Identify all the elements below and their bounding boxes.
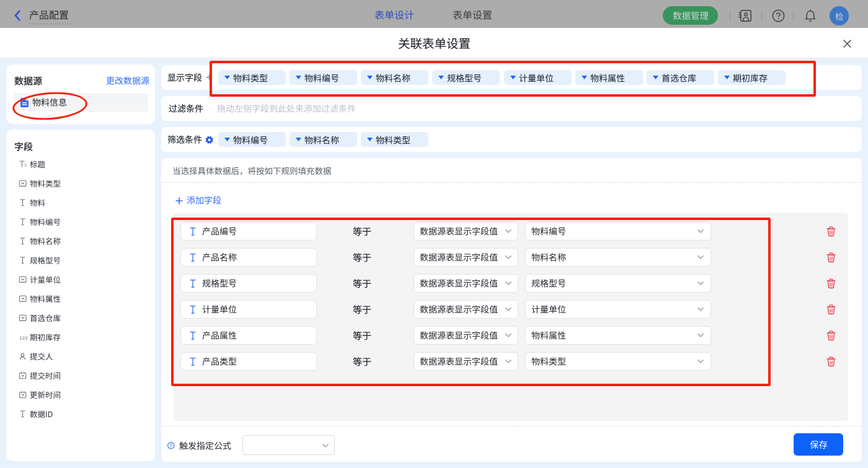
svg-text:123: 123: [19, 335, 27, 341]
